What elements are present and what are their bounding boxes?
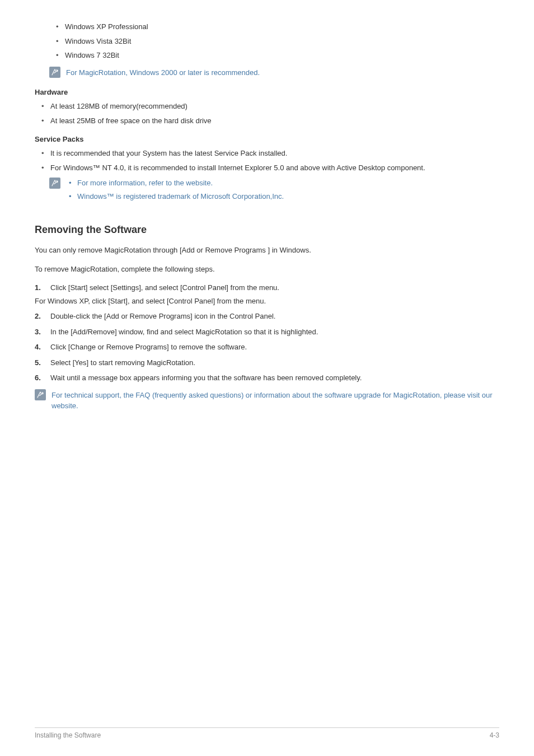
note-text: For technical support, the FAQ (frequent… bbox=[51, 389, 499, 412]
step-text: In the [Add/Remove] window, find and sel… bbox=[50, 328, 318, 336]
note-text: For MagicRotation, Windows 2000 or later… bbox=[66, 67, 260, 78]
list-item: For Windows™ NT 4.0, it is recommended t… bbox=[35, 162, 499, 174]
list-item: Windows XP Professional bbox=[35, 21, 499, 32]
removing-heading: Removing the Software bbox=[35, 224, 499, 236]
note-icon bbox=[49, 67, 60, 78]
note-box: For technical support, the FAQ (frequent… bbox=[35, 389, 499, 412]
step-number: 5. bbox=[35, 357, 46, 368]
list-item: At least 25MB of free space on the hard … bbox=[35, 115, 499, 127]
list-item: Windows™ is registered trademark of Micr… bbox=[66, 191, 284, 202]
step-item: 2. Double-click the [Add or Remove Progr… bbox=[35, 311, 499, 322]
note-icon bbox=[49, 178, 60, 189]
note-box: For more information, refer to the websi… bbox=[49, 178, 499, 204]
step-item: 3. In the [Add/Remove] window, find and … bbox=[35, 326, 499, 338]
note-bullet-list: For more information, refer to the websi… bbox=[66, 178, 284, 204]
os-list: Windows XP Professional Windows Vista 32… bbox=[35, 21, 499, 61]
step-item: 4. Click [Change or Remove Programs] to … bbox=[35, 342, 499, 353]
step-number: 4. bbox=[35, 342, 46, 353]
step-text: Click [Change or Remove Programs] to rem… bbox=[50, 343, 247, 351]
hardware-heading: Hardware bbox=[35, 88, 499, 96]
body-text: To remove MagicRotation, complete the fo… bbox=[35, 264, 499, 275]
list-item: At least 128MB of memory(recommended) bbox=[35, 101, 499, 112]
page-footer: Installing the Software 4-3 bbox=[35, 727, 499, 739]
list-item: Windows Vista 32Bit bbox=[35, 36, 499, 47]
step-item: 5. Select [Yes] to start removing MagicR… bbox=[35, 357, 499, 368]
footer-right: 4-3 bbox=[490, 731, 499, 739]
note-box: For MagicRotation, Windows 2000 or later… bbox=[49, 67, 499, 78]
step-text: Double-click the [Add or Remove Programs… bbox=[50, 312, 275, 320]
step-number: 2. bbox=[35, 311, 46, 322]
step-text: Wait until a message box appears informi… bbox=[50, 374, 362, 382]
step-number: 6. bbox=[35, 372, 46, 384]
step-subtext: For Windows XP, click [Start], and selec… bbox=[35, 296, 499, 307]
step-number: 1. bbox=[35, 282, 46, 293]
list-item: For more information, refer to the websi… bbox=[66, 178, 284, 189]
step-item: 6. Wait until a message box appears info… bbox=[35, 372, 499, 384]
step-text: Select [Yes] to start removing MagicRota… bbox=[50, 358, 195, 367]
body-text: You can only remove MagicRotation throug… bbox=[35, 245, 499, 256]
footer-left: Installing the Software bbox=[35, 731, 101, 739]
hardware-list: At least 128MB of memory(recommended) At… bbox=[35, 101, 499, 126]
step-number: 3. bbox=[35, 326, 46, 338]
service-packs-list: It is recommended that your System has t… bbox=[35, 148, 499, 173]
list-item: Windows 7 32Bit bbox=[35, 50, 499, 61]
list-item: It is recommended that your System has t… bbox=[35, 148, 499, 159]
note-icon bbox=[35, 389, 46, 400]
service-packs-heading: Service Packs bbox=[35, 135, 499, 143]
step-item: 1. Click [Start] select [Settings], and … bbox=[35, 282, 499, 293]
step-text: Click [Start] select [Settings], and sel… bbox=[50, 283, 279, 292]
